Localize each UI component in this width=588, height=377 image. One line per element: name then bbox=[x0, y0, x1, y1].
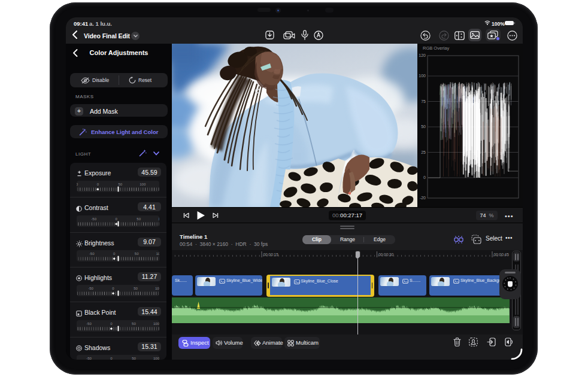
svg-text:0: 0 bbox=[97, 183, 99, 186]
svg-text:-50: -50 bbox=[89, 252, 95, 256]
svg-text:-50: -50 bbox=[88, 287, 93, 290]
svg-text:-50: -50 bbox=[86, 357, 92, 360]
svg-text:100: 100 bbox=[158, 217, 159, 221]
svg-text:0: 0 bbox=[116, 217, 118, 221]
svg-text:100: 100 bbox=[140, 183, 146, 186]
svg-text:50: 50 bbox=[135, 252, 139, 256]
svg-text:100: 100 bbox=[153, 357, 159, 360]
svg-text:0: 0 bbox=[113, 252, 116, 256]
svg-text:-50: -50 bbox=[91, 217, 96, 221]
svg-text:100: 100 bbox=[156, 252, 159, 256]
svg-text:0: 0 bbox=[110, 357, 113, 360]
svg-text:00:00:45: 00:00:45 bbox=[494, 253, 510, 257]
svg-text:50: 50 bbox=[132, 357, 136, 360]
svg-text:100: 100 bbox=[155, 287, 159, 290]
svg-text:50: 50 bbox=[134, 287, 138, 290]
svg-text:50: 50 bbox=[118, 183, 122, 186]
svg-text:00:00:30: 00:00:30 bbox=[378, 253, 394, 257]
svg-text:0: 0 bbox=[110, 322, 113, 326]
svg-text:00:00:15: 00:00:15 bbox=[263, 253, 279, 257]
svg-text:-50: -50 bbox=[86, 322, 92, 326]
svg-text:100: 100 bbox=[153, 322, 159, 326]
svg-text:50: 50 bbox=[132, 322, 136, 326]
svg-text:50: 50 bbox=[137, 217, 141, 221]
svg-text:0: 0 bbox=[112, 287, 114, 290]
svg-text:-50: -50 bbox=[77, 183, 78, 186]
